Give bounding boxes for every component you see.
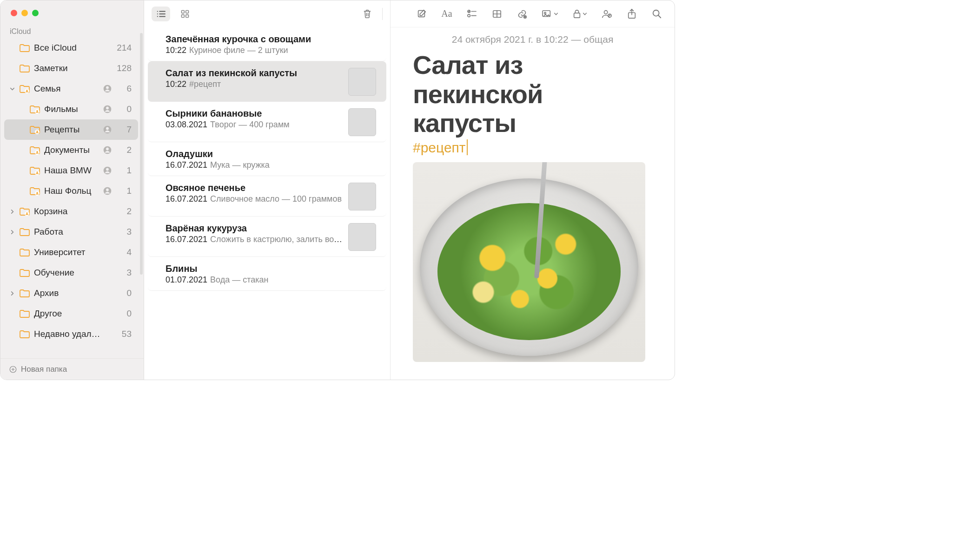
folder-count: 7	[113, 125, 132, 135]
folder-count: 0	[113, 104, 132, 114]
note-item-date: 10:22	[166, 79, 186, 89]
checklist-button[interactable]	[463, 7, 481, 21]
folder-label: Рецепты	[44, 125, 103, 135]
media-button[interactable]	[538, 7, 562, 21]
note-item[interactable]: Блины01.07.2021Вода — стакан	[148, 257, 386, 291]
note-body[interactable]: Салат из пекинской капусты #рецепт	[391, 48, 675, 365]
note-item-title: Варёная кукуруза	[166, 223, 343, 234]
sidebar-folder[interactable]: Все iCloud214	[4, 38, 138, 58]
sidebar-folder[interactable]: Обучение3	[4, 263, 138, 283]
folder-icon	[29, 186, 40, 196]
folder-label: Фильмы	[44, 104, 103, 114]
list-icon	[156, 10, 166, 18]
folder-label: Другое	[34, 309, 103, 319]
note-item[interactable]: Овсяное печенье16.07.2021Сливочное масло…	[148, 176, 386, 217]
minimize-icon[interactable]	[21, 10, 28, 16]
collaborate-icon	[601, 9, 612, 19]
chevron-right-icon[interactable]	[10, 291, 19, 296]
chevron-right-icon[interactable]	[10, 230, 19, 235]
link-button[interactable]	[513, 7, 531, 21]
folder-icon	[19, 84, 30, 93]
folder-icon	[29, 105, 40, 114]
folder-icon	[19, 248, 30, 257]
text-cursor	[467, 139, 468, 155]
link-icon	[517, 9, 527, 19]
sidebar-folder[interactable]: Наша BMW1	[4, 160, 138, 181]
table-button[interactable]	[488, 7, 506, 21]
svg-point-11	[106, 127, 109, 130]
folder-count: 0	[113, 309, 132, 319]
fullscreen-icon[interactable]	[32, 10, 39, 16]
svg-rect-35	[182, 15, 185, 18]
note-title[interactable]: Салат из пекинской капусты	[413, 51, 652, 138]
sidebar-folder[interactable]: Документы2	[4, 140, 138, 160]
note-item-title: Салат из пекинской капусты	[166, 68, 343, 79]
folder-count: 6	[113, 84, 132, 94]
folder-count: 3	[113, 268, 132, 278]
folder-icon	[19, 329, 30, 339]
svg-point-29	[157, 13, 158, 14]
note-item[interactable]: Оладушки16.07.2021Мука — кружка	[148, 142, 386, 176]
share-button[interactable]	[622, 7, 641, 21]
scrollbar[interactable]	[140, 33, 143, 275]
sidebar-folder[interactable]: Фильмы0	[4, 99, 138, 119]
folder-icon	[19, 268, 30, 277]
sidebar-folder[interactable]: Другое0	[4, 303, 138, 324]
note-item-date: 10:22	[166, 46, 186, 55]
folder-label: Архив	[34, 288, 103, 298]
window-controls	[0, 0, 144, 21]
new-folder-button[interactable]: Новая папка	[0, 358, 144, 380]
sidebar-folder[interactable]: Наш Фольц1	[4, 181, 138, 201]
sidebar-folder[interactable]: Работа3	[4, 222, 138, 242]
close-icon[interactable]	[11, 10, 17, 16]
new-folder-label: Новая папка	[21, 365, 67, 374]
shared-badge-icon	[103, 166, 113, 175]
folder-icon	[29, 166, 40, 175]
folder-count: 2	[113, 145, 132, 155]
svg-point-17	[36, 171, 38, 173]
note-item[interactable]: Сырники банановые03.08.2021Творог — 400 …	[148, 102, 386, 142]
share-icon	[627, 8, 636, 20]
view-grid-button[interactable]	[176, 7, 194, 21]
note-item[interactable]: Салат из пекинской капусты10:22#рецепт	[148, 61, 386, 102]
sidebar-folder[interactable]: Недавно удал…53	[4, 324, 138, 344]
svg-point-25	[26, 212, 27, 214]
note-item[interactable]: Варёная кукуруза16.07.2021Сложить в каст…	[148, 217, 386, 257]
svg-point-47	[544, 12, 546, 14]
note-item-snippet: #рецепт	[189, 79, 221, 89]
note-image[interactable]	[413, 162, 645, 362]
folder-icon	[19, 207, 30, 216]
note-item[interactable]: Запечённая курочка с овощами10:22Куриное…	[148, 27, 386, 61]
sidebar-folder[interactable]: Семья6	[4, 79, 138, 99]
collaborate-button[interactable]	[597, 7, 616, 21]
note-list: Запечённая курочка с овощами10:22Куриное…	[144, 27, 390, 380]
sidebar-folder[interactable]: Заметки128	[4, 58, 138, 79]
format-icon: Aa	[441, 8, 452, 19]
folder-count: 0	[113, 288, 132, 298]
lock-button[interactable]	[569, 7, 591, 21]
folder-icon	[19, 43, 30, 53]
svg-rect-34	[186, 11, 189, 13]
shared-badge-icon	[103, 186, 113, 196]
format-button[interactable]: Aa	[437, 7, 456, 21]
shared-badge-icon	[103, 125, 113, 134]
search-icon	[652, 9, 662, 19]
view-list-button[interactable]	[152, 7, 170, 21]
delete-button[interactable]	[358, 7, 377, 21]
sidebar-folder[interactable]: Университет4	[4, 242, 138, 263]
note-thumbnail	[348, 223, 376, 251]
lock-icon	[572, 9, 582, 19]
chevron-right-icon[interactable]	[10, 209, 19, 214]
folder-label: Университет	[34, 247, 103, 257]
sidebar-folder[interactable]: Рецепты7	[4, 119, 138, 140]
shared-badge-icon	[103, 145, 113, 155]
chevron-down-icon[interactable]	[10, 86, 19, 92]
sidebar-folder[interactable]: Корзина2	[4, 201, 138, 222]
note-item-title: Запечённая курочка с овощами	[166, 34, 376, 45]
note-tag[interactable]: #рецепт	[413, 140, 466, 156]
sidebar-folder[interactable]: Архив0	[4, 283, 138, 303]
svg-point-31	[157, 16, 158, 17]
search-button[interactable]	[648, 7, 666, 21]
folder-icon	[19, 64, 30, 73]
compose-button[interactable]	[412, 7, 431, 21]
